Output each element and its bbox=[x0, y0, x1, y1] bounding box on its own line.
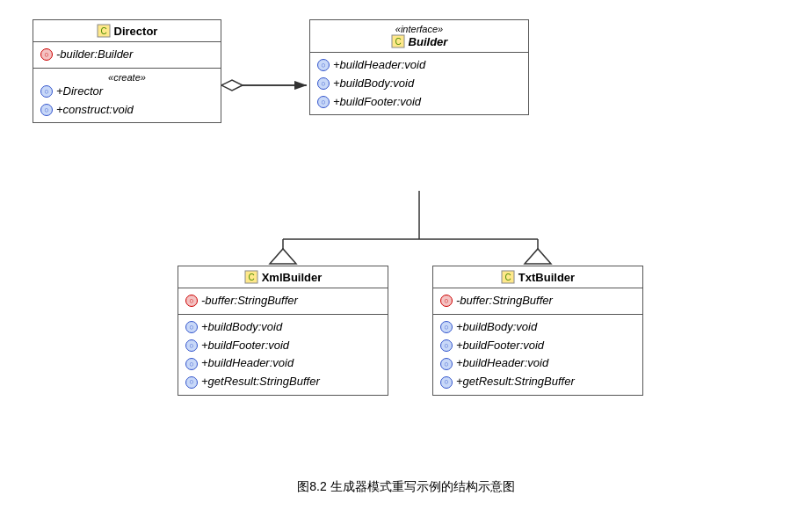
public-icon-t2: ○ bbox=[440, 339, 453, 352]
xmlbuilder-class-icon: C bbox=[244, 270, 258, 284]
public-icon-2: ○ bbox=[40, 104, 53, 116]
builder-box: «interface» C Builder ○ +buildHeader:voi… bbox=[309, 19, 529, 115]
svg-text:C: C bbox=[504, 273, 511, 282]
xmlbuilder-method-1: ○ +buildBody:void bbox=[185, 318, 381, 337]
xmlbuilder-method-2: ○ +buildFooter:void bbox=[185, 337, 381, 355]
director-name: Director bbox=[114, 25, 158, 38]
public-icon-x3: ○ bbox=[185, 358, 198, 370]
builder-name: Builder bbox=[409, 35, 448, 48]
builder-methods: ○ +buildHeader:void ○ +buildBody:void ○ … bbox=[310, 53, 528, 114]
builder-method-3: ○ +buildFooter:void bbox=[317, 93, 521, 112]
txtbuilder-box: C TxtBuilder ○ -buffer:StringBuffer ○ +b… bbox=[432, 266, 643, 396]
director-stereotype: «create» bbox=[40, 72, 214, 83]
xmlbuilder-attr-1: ○ -buffer:StringBuffer bbox=[185, 292, 381, 310]
xmlbuilder-name: XmlBuilder bbox=[262, 271, 323, 284]
svg-text:C: C bbox=[395, 37, 401, 47]
public-icon-t3: ○ bbox=[440, 358, 453, 370]
txtbuilder-name: TxtBuilder bbox=[518, 271, 575, 284]
director-attributes: ○ -builder:Builder bbox=[33, 42, 221, 69]
public-icon-x1: ○ bbox=[185, 321, 198, 333]
private-icon-txt: ○ bbox=[440, 295, 453, 307]
director-header: C Director bbox=[33, 20, 221, 42]
public-icon-t4: ○ bbox=[440, 376, 453, 389]
svg-marker-11 bbox=[525, 249, 551, 264]
builder-method-2: ○ +buildBody:void bbox=[317, 75, 521, 93]
director-methods: «create» ○ +Director ○ +construct:void bbox=[33, 69, 221, 123]
xmlbuilder-method-3: ○ +buildHeader:void bbox=[185, 354, 381, 373]
xmlbuilder-box: C XmlBuilder ○ -buffer:StringBuffer ○ +b… bbox=[178, 266, 388, 396]
public-icon-x2: ○ bbox=[185, 339, 198, 352]
private-icon-xml: ○ bbox=[185, 295, 198, 307]
builder-header: «interface» C Builder bbox=[310, 20, 528, 53]
public-icon: ○ bbox=[40, 85, 53, 98]
svg-marker-4 bbox=[221, 80, 243, 91]
txtbuilder-class-icon: C bbox=[501, 270, 515, 284]
diagram-container: C Director ○ -builder:Builder «create» ○… bbox=[28, 15, 784, 472]
builder-stereotype: «interface» bbox=[317, 24, 521, 34]
txtbuilder-method-4: ○ +getResult:StringBuffer bbox=[440, 373, 635, 391]
private-icon: ○ bbox=[40, 48, 53, 61]
public-icon-b2: ○ bbox=[317, 77, 330, 90]
txtbuilder-method-3: ○ +buildHeader:void bbox=[440, 354, 635, 373]
txtbuilder-method-2: ○ +buildFooter:void bbox=[440, 337, 635, 355]
director-method-2: ○ +construct:void bbox=[40, 101, 214, 120]
builder-method-1: ○ +buildHeader:void bbox=[317, 56, 521, 75]
public-icon-b3: ○ bbox=[317, 96, 330, 108]
svg-marker-9 bbox=[270, 249, 296, 264]
svg-text:C: C bbox=[248, 273, 254, 282]
xmlbuilder-header: C XmlBuilder bbox=[178, 266, 388, 288]
xmlbuilder-methods: ○ +buildBody:void ○ +buildFooter:void ○ … bbox=[178, 315, 388, 395]
txtbuilder-method-1: ○ +buildBody:void bbox=[440, 318, 635, 337]
txtbuilder-attributes: ○ -buffer:StringBuffer bbox=[433, 288, 642, 315]
director-method-1: ○ +Director bbox=[40, 83, 214, 101]
public-icon-b1: ○ bbox=[317, 59, 330, 71]
diagram-caption: 图8.2 生成器模式重写示例的结构示意图 bbox=[297, 479, 514, 495]
director-attr-1: ○ -builder:Builder bbox=[40, 46, 214, 64]
xmlbuilder-method-4: ○ +getResult:StringBuffer bbox=[185, 373, 381, 391]
public-icon-t1: ○ bbox=[440, 321, 453, 333]
xmlbuilder-attributes: ○ -buffer:StringBuffer bbox=[178, 288, 388, 315]
director-box: C Director ○ -builder:Builder «create» ○… bbox=[33, 19, 221, 123]
txtbuilder-methods: ○ +buildBody:void ○ +buildFooter:void ○ … bbox=[433, 315, 642, 395]
txtbuilder-header: C TxtBuilder bbox=[433, 266, 642, 288]
txtbuilder-attr-1: ○ -buffer:StringBuffer bbox=[440, 292, 635, 310]
builder-class-icon: C bbox=[391, 34, 405, 48]
director-class-icon: C bbox=[97, 24, 111, 38]
svg-text:C: C bbox=[100, 26, 106, 36]
public-icon-x4: ○ bbox=[185, 376, 198, 389]
